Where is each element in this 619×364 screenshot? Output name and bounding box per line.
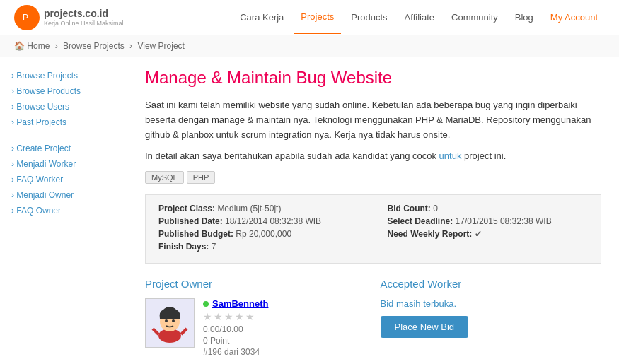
online-indicator [203, 301, 209, 307]
sidebar-item-create-project[interactable]: Create Project [7, 141, 120, 156]
sidebar-group-browse: Browse Projects Browse Products Browse U… [7, 68, 120, 130]
owner-name-link[interactable]: SamBenneth [212, 298, 268, 309]
breadcrumb-home[interactable]: Home [27, 41, 50, 51]
tag-mysql: MySQL [145, 171, 184, 184]
owner-name: SamBenneth [203, 298, 366, 309]
info-bid-count: Bid Count: 0 [388, 204, 589, 213]
sidebar-item-menjadi-worker[interactable]: Menjadi Worker [7, 156, 120, 172]
home-icon: 🏠 [14, 41, 25, 51]
owner-info: SamBenneth ★★★★★ 0.00/10.00 0 Point #196… [203, 298, 366, 358]
logo-icon: P [14, 5, 40, 30]
bid-open-text: Bid masih terbuka. [381, 298, 602, 309]
description-1: Saat ini kami telah memiliki website yan… [145, 98, 601, 142]
nav-blog[interactable]: Blog [508, 1, 540, 33]
owner-section-title: Project Owner [145, 278, 366, 290]
content: Manage & Maintain Bug Website Saat ini k… [127, 57, 619, 364]
accepted-section-title: Accepted Worker [381, 278, 602, 290]
description-2: In detail akan saya beritahukan apabila … [145, 149, 601, 164]
header: P projects.co.id Kerja Online Hasil Maks… [0, 0, 619, 35]
project-info-box: Project Class: Medium (5jt-50jt) Publish… [145, 194, 601, 264]
main-nav: Cara Kerja Projects Products Affiliate C… [233, 1, 605, 34]
owner-stars: ★★★★★ [203, 311, 366, 322]
svg-point-5 [165, 319, 168, 322]
owner-avatar [145, 298, 195, 348]
main-layout: Browse Projects Browse Products Browse U… [0, 57, 619, 364]
sidebar-item-browse-users[interactable]: Browse Users [7, 99, 120, 115]
nav-community[interactable]: Community [444, 1, 505, 33]
owner-points: 0 Point [203, 336, 366, 346]
sidebar-item-faq-worker[interactable]: FAQ Worker [7, 172, 120, 187]
sidebar-item-browse-products[interactable]: Browse Products [7, 83, 120, 99]
logo[interactable]: P projects.co.id Kerja Online Hasil Maks… [14, 5, 124, 30]
sidebar-item-browse-projects[interactable]: Browse Projects [7, 68, 120, 83]
owner-rank: #196 dari 3034 [203, 347, 366, 357]
info-col-right: Bid Count: 0 Select Deadline: 17/01/2015… [388, 204, 589, 254]
info-weekly-report: Need Weekly Report: ✔ [388, 229, 589, 239]
sidebar: Browse Projects Browse Products Browse U… [0, 57, 127, 364]
info-published-budget: Published Budget: Rp 20,000,000 [158, 229, 359, 239]
two-col-section: Project Owner [145, 278, 601, 358]
info-select-deadline: Select Deadline: 17/01/2015 08:32:38 WIB [388, 216, 589, 226]
breadcrumb-current: View Project [137, 41, 184, 51]
desc-link[interactable]: untuk [439, 151, 462, 161]
breadcrumb-browse-projects[interactable]: Browse Projects [63, 41, 125, 51]
sidebar-group-manage: Create Project Menjadi Worker FAQ Worker… [7, 141, 120, 218]
nav-products[interactable]: Products [344, 1, 394, 33]
nav-cara-kerja[interactable]: Cara Kerja [233, 1, 291, 33]
nav-projects[interactable]: Projects [294, 1, 341, 34]
owner-card: SamBenneth ★★★★★ 0.00/10.00 0 Point #196… [145, 298, 366, 358]
breadcrumb: 🏠 Home › Browse Projects › View Project [0, 35, 619, 57]
nav-affiliate[interactable]: Affiliate [398, 1, 441, 33]
page-title: Manage & Maintain Bug Website [145, 68, 601, 88]
sidebar-item-faq-owner[interactable]: FAQ Owner [7, 203, 120, 218]
accepted-worker-section: Accepted Worker Bid masih terbuka. Place… [381, 278, 602, 358]
owner-rating: 0.00/10.00 [203, 324, 366, 334]
project-owner-section: Project Owner [145, 278, 366, 358]
svg-point-6 [172, 319, 175, 322]
logo-text: projects.co.id Kerja Online Hasil Maksim… [44, 8, 124, 28]
sidebar-item-menjadi-owner[interactable]: Menjadi Owner [7, 187, 120, 203]
info-published-date: Published Date: 18/12/2014 08:32:38 WIB [158, 216, 359, 226]
place-bid-button[interactable]: Place New Bid [381, 316, 469, 338]
sidebar-item-past-projects[interactable]: Past Projects [7, 115, 120, 130]
info-col-left: Project Class: Medium (5jt-50jt) Publish… [158, 204, 359, 254]
info-finish-days: Finish Days: 7 [158, 242, 359, 252]
nav-my-account[interactable]: My Account [543, 1, 605, 33]
tags-container: MySQL PHP [145, 171, 601, 184]
info-project-class: Project Class: Medium (5jt-50jt) [158, 204, 359, 213]
svg-text:P: P [23, 13, 28, 23]
tag-php: PHP [187, 171, 216, 184]
